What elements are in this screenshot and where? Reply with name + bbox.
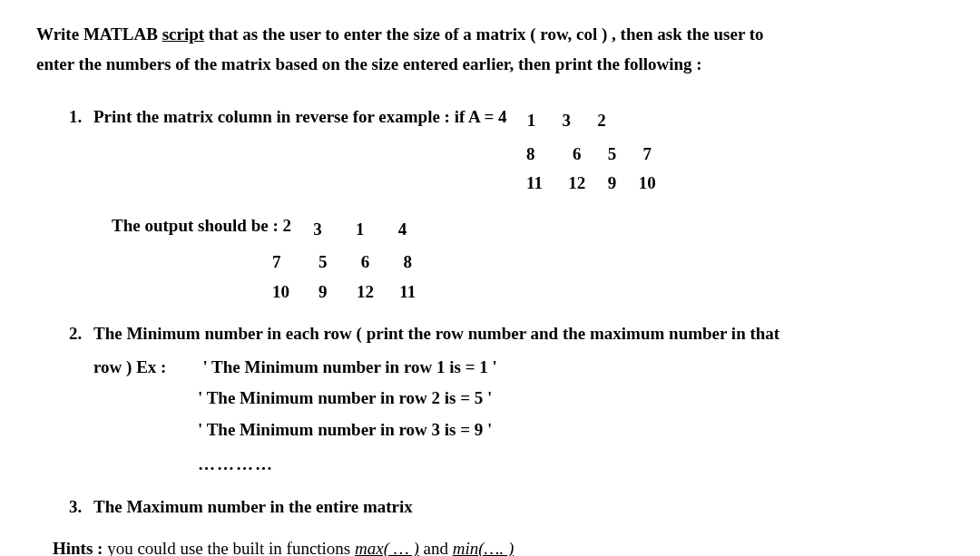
matrix-cell: 4 [383, 217, 421, 243]
matrix-cell: 9 [597, 171, 628, 197]
matrix-cell: 8 [526, 141, 557, 168]
hints-fn1: max( … ) [355, 539, 419, 556]
matrix-cell: 1 [341, 217, 379, 243]
matrix-cell: 10 [272, 279, 299, 306]
matrix-cell: 12 [347, 279, 385, 306]
matrix-cell: 11 [526, 171, 557, 197]
matrix-cell: 12 [562, 171, 593, 197]
numbered-list: Print the matrix column in reverse for e… [36, 104, 944, 520]
item2-ex2: ' The Minimum number in row 2 is = 5 ' [198, 385, 944, 412]
matrix-cell: 1 [515, 108, 546, 134]
matrix-cell: 7 [272, 249, 299, 276]
matrix-cell: 6 [347, 249, 385, 276]
hints-text: you could use the built in functions [103, 539, 355, 556]
item2-row-ex-label: row ) Ex : [93, 355, 166, 381]
hints-line: Hints : you could use the built in funct… [53, 536, 944, 556]
hints-label: Hints : [53, 539, 103, 556]
matrix-cell: 3 [299, 217, 337, 243]
intro-post: that as the user to enter the size of a … [204, 24, 764, 44]
matrix-cell: 10 [632, 171, 662, 197]
item2-ex3: ' The Minimum number in row 3 is = 9 ' [198, 417, 944, 444]
hints-fn2: min(…. ) [453, 539, 514, 556]
matrix-cell: 8 [388, 249, 426, 276]
matrix-cell: 2 [586, 108, 617, 134]
intro-line-1: Write MATLAB script that as the user to … [36, 22, 944, 48]
item2-text: The Minimum number in each row ( print t… [93, 324, 779, 343]
matrix-cell: 6 [562, 141, 593, 168]
matrix-a: 1 3 2 [515, 104, 617, 138]
output-label: The output should be : 2 [112, 213, 291, 239]
matrix-cell: 11 [388, 279, 426, 306]
item2-dots: ………… [198, 452, 944, 478]
hints-mid: and [419, 539, 453, 556]
item3-text: The Maximum number in the entire matrix [93, 497, 413, 516]
item2-ex1: ' The Minimum number in row 1 is = 1 ' [202, 355, 496, 381]
intro-script-word: script [162, 24, 204, 44]
intro-line-2: enter the numbers of the matrix based on… [36, 52, 944, 78]
list-item-3: The Maximum number in the entire matrix [86, 494, 944, 521]
matrix-cell: 5 [304, 249, 342, 276]
matrix-output: 3 1 4 [299, 213, 422, 247]
output-block: The output should be : 2 3 1 4 7 5 6 8 [112, 213, 944, 306]
intro-pre: Write MATLAB [36, 24, 162, 44]
matrix-cell: 3 [551, 108, 582, 134]
intro-paragraph: Write MATLAB script that as the user to … [36, 22, 944, 77]
list-item-2: The Minimum number in each row ( print t… [86, 321, 944, 478]
list-item-1: Print the matrix column in reverse for e… [86, 104, 944, 305]
item1-text: Print the matrix column in reverse for e… [93, 104, 506, 131]
matrix-cell: 9 [304, 279, 342, 306]
matrix-cell: 7 [632, 141, 662, 168]
matrix-cell: 5 [597, 141, 628, 168]
